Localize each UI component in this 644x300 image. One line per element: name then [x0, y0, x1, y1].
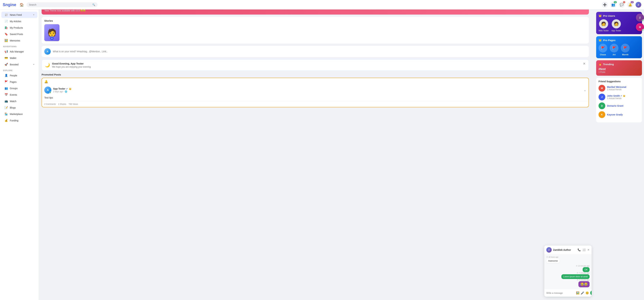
search-bar[interactable]: 🔍: [26, 2, 98, 7]
watch-icon: 📺: [4, 100, 8, 103]
post-compose-box: A: [42, 46, 589, 57]
post-comments: 2 Comments: [44, 103, 56, 105]
search-input[interactable]: [29, 4, 91, 6]
sidebar-item-my-products[interactable]: 🛍️ My Products: [1, 25, 37, 31]
plus-icon: ➕: [603, 3, 607, 7]
trending-tag[interactable]: #test: [598, 67, 640, 71]
app-logo: Sngine: [3, 2, 16, 7]
friend-avatar-kaycee: K: [598, 111, 605, 112]
friend-name-john[interactable]: John Smith: [607, 94, 620, 97]
friend-info-maribel: Maribel Weissnat 1 mutual friends: [607, 86, 640, 91]
sidebar-item-saved-posts[interactable]: 🔖 Saved Posts: [1, 31, 37, 37]
sidebar-item-wallet[interactable]: 💳 Wallet: [1, 55, 37, 61]
sidebar-label-people: People: [10, 74, 34, 77]
sidebar-item-ads-manager[interactable]: 📢 Ads Manager: [1, 48, 37, 55]
sidebar-item-blogs[interactable]: 📝 Blogs: [1, 104, 37, 111]
sidebar-item-marketplace[interactable]: 🏪 Marketplace: [1, 111, 37, 112]
sidebar-item-pages[interactable]: 🚩 Pages: [1, 79, 37, 85]
friend-item-john: J John Smith ✔ 👑 1 mutual friends: [598, 94, 640, 100]
friends-badge: 10: [614, 1, 617, 3]
pro-user-avatar-2: 🧑: [612, 19, 621, 29]
greeting-close-button[interactable]: ✕: [583, 62, 586, 65]
sidebar-label-wallet: Wallet: [10, 57, 34, 59]
greeting-text: Good Evening, App Tester We hope you are…: [52, 62, 91, 68]
messages-badge: 5: [623, 1, 625, 3]
notifications-button[interactable]: 🔔 42: [627, 2, 633, 8]
promoted-badge-row: 🔔: [42, 78, 588, 84]
pro-user-app-tester[interactable]: 🧑 App Tester: [612, 19, 621, 32]
groups-icon: 👥: [4, 87, 8, 90]
floating-avatar-zamblek[interactable]: Z: [636, 14, 644, 22]
sidebar-item-my-articles[interactable]: 📄 My Articles: [1, 18, 37, 24]
online-dot-m: [642, 29, 644, 31]
trending-count: 1 Posts: [598, 71, 640, 73]
sidebar-label-blogs: Blogs: [10, 106, 34, 109]
sidebar-item-people[interactable]: 👤 People: [1, 72, 37, 79]
pro-page-avatar-merritt: 🚩: [621, 44, 630, 53]
pro-page-avatar-art: 🚩: [610, 44, 618, 53]
sidebar-label-watch: Watch: [10, 100, 34, 103]
add-button[interactable]: ➕: [602, 2, 608, 8]
friend-requests-button[interactable]: 👥 10: [610, 2, 616, 8]
sidebar-item-events[interactable]: 📅 Events: [1, 92, 37, 98]
floating-avatar-m[interactable]: M: [636, 23, 644, 31]
home-icon[interactable]: 🏠: [20, 3, 24, 7]
wallet-icon: 💳: [4, 56, 8, 60]
sidebar-label-events: Events: [10, 93, 34, 96]
greeting-title: Good Evening, App Tester: [52, 62, 91, 65]
friend-item-demario: D Demario Grant: [598, 102, 640, 109]
banner-message: New Theme now available with v3.9 😅😅: [44, 9, 86, 12]
pro-page-merritt[interactable]: 🚩 Merritt: [621, 44, 630, 56]
pro-page-art[interactable]: 🚩 Art: [610, 44, 618, 56]
main-content: New Theme 🚀 New Theme now available with…: [39, 0, 592, 112]
friend-avatar-john: J: [598, 94, 605, 100]
post-dropdown-button[interactable]: ⌄: [584, 88, 586, 92]
chevron-icon: ▾: [33, 14, 34, 16]
pro-pages-card: 👑 Pro Pages 🚩 Chase 🚩 Art 🚩 Merritt: [596, 36, 642, 58]
sidebar-item-watch[interactable]: 📺 Watch: [1, 98, 37, 104]
globe-icon: 🌐: [65, 90, 67, 93]
pro-user-web-tester[interactable]: 🧑 Web Tester: [598, 19, 609, 32]
sidebar: 📰 News Feed ▾ 📄 My Articles 🛍️ My Produc…: [0, 10, 39, 112]
user-avatar-menu[interactable]: Z: [636, 2, 641, 8]
notifications-badge: 42: [631, 1, 634, 3]
pro-pages-title: 👑 Pro Pages: [598, 39, 640, 42]
advertising-section-label: ADVERTISING: [0, 44, 39, 48]
sidebar-item-groups[interactable]: 👥 Groups: [1, 85, 37, 91]
story-add-button[interactable]: +: [50, 36, 54, 40]
messages-button[interactable]: 💬 5: [619, 2, 625, 8]
pro-user-name-2: App Tester: [612, 30, 621, 32]
pages-icon: 🚩: [4, 80, 8, 83]
friend-name-maribel[interactable]: Maribel Weissnat: [607, 86, 640, 88]
friend-item-kaycee: K Kaycee Grady: [598, 111, 640, 112]
online-indicator: [50, 92, 51, 93]
greeting-banner: 🌙 Good Evening, App Tester We hope you a…: [42, 59, 589, 71]
user-initial: Z: [638, 4, 639, 6]
promoted-icon: 🔔: [44, 80, 48, 83]
post-card-header: A App Tester ✔ 👑 2 days ago · 🌐: [42, 84, 588, 96]
verified-john-icon: ✔: [620, 95, 622, 97]
explore-section-label: EXPLORE: [0, 68, 39, 72]
post-body: Test tips: [42, 96, 588, 101]
sidebar-item-news-feed[interactable]: 📰 News Feed ▾: [1, 12, 37, 18]
sidebar-label-news-feed: News Feed: [10, 14, 32, 16]
crown-john-icon: 👑: [623, 95, 626, 97]
pro-page-chase[interactable]: 🚩 Chase: [598, 44, 607, 56]
pro-users-card: 👑 Pro Users 🧑 Web Tester 🧑 App Tester: [596, 12, 642, 34]
bell-icon: 🔔: [628, 3, 632, 7]
stories-list: 🧑 +: [44, 24, 586, 41]
friend-name-demario[interactable]: Demario Grant: [607, 104, 640, 107]
story-item[interactable]: 🧑 +: [44, 24, 60, 41]
sidebar-item-memories[interactable]: 🖼️ Memories: [1, 37, 37, 44]
sidebar-item-boosted[interactable]: 🚀 Boosted ▾: [1, 61, 37, 68]
friend-info-john: John Smith ✔ 👑 1 mutual friends: [607, 94, 640, 100]
post-user-details: App Tester ✔ 👑 2 days ago · 🌐: [53, 87, 72, 93]
sidebar-label-memories: Memories: [10, 39, 34, 42]
pro-user-name: Web Tester: [598, 30, 609, 32]
post-meta: 2 days ago · 🌐: [53, 90, 72, 93]
story-avatar: 🧑: [47, 28, 56, 37]
crown-pro-icon: 👑: [598, 14, 602, 17]
crown-pages-icon: 👑: [598, 39, 602, 42]
pro-page-avatar-chase: 🚩: [598, 44, 607, 53]
post-input[interactable]: [53, 50, 586, 53]
